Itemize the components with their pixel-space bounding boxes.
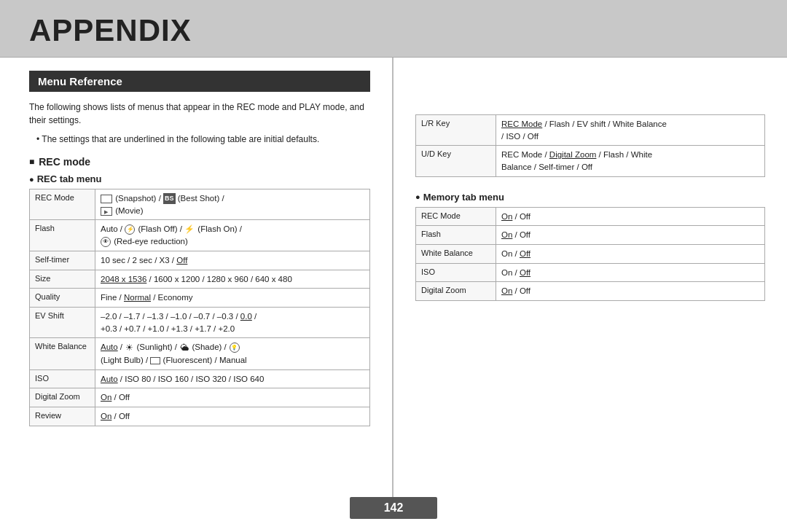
- page: APPENDIX Menu Reference The following sh…: [0, 0, 787, 532]
- left-column: Menu Reference The following shows lists…: [0, 58, 394, 497]
- memory-tab-heading: Memory tab menu: [415, 192, 765, 203]
- cell-value: 2048 x 1536 / 1600 x 1200 / 1280 x 960 /…: [95, 270, 370, 289]
- intro-text: The following shows lists of menus that …: [29, 101, 370, 127]
- table-row: Flash Auto / (Flash Off) / ⚡ (Flash On) …: [30, 220, 370, 251]
- table-row: REC Mode (Snapshot) / BS (Best Shot) / (…: [30, 189, 370, 220]
- movie-icon: [101, 207, 112, 216]
- rec-tab-menu-heading: REC tab menu: [29, 173, 370, 184]
- table-row: ISO Auto / ISO 80 / ISO 160 / ISO 320 / …: [30, 369, 370, 388]
- cell-value: (Snapshot) / BS (Best Shot) / (Movie): [95, 189, 370, 220]
- cell-label: L/R Key: [416, 115, 496, 146]
- cell-label: Flash: [416, 226, 496, 245]
- cell-value: On / Off: [496, 282, 765, 301]
- shade-icon: 🌥: [180, 342, 189, 354]
- cell-value: Auto / ☀ (Sunlight) / 🌥 (Shade) / 💡 (Lig…: [95, 338, 370, 369]
- cell-value: –2.0 / –1.7 / –1.3 / –1.0 / –0.7 / –0.3 …: [95, 307, 370, 337]
- key-table: L/R Key REC Mode / Flash / EV shift / Wh…: [415, 114, 765, 177]
- cell-label: Review: [30, 407, 95, 426]
- table-row: White Balance On / Off: [416, 245, 765, 264]
- default-on-dz: On: [101, 393, 111, 402]
- default-ev: 0.0: [240, 312, 252, 321]
- cell-value: Fine / Normal / Economy: [95, 289, 370, 308]
- best-shot-icon: BS: [163, 193, 176, 204]
- table-row: Digital Zoom On / Off: [416, 282, 765, 301]
- flash-off-icon: [125, 224, 135, 235]
- right-column: L/R Key REC Mode / Flash / EV shift / Wh…: [394, 58, 787, 497]
- cell-label: EV Shift: [30, 307, 95, 337]
- flash-on-icon: ⚡: [184, 224, 195, 235]
- redeye-icon: 👁: [101, 237, 111, 247]
- default-size: 2048 x 1536: [101, 275, 146, 283]
- cell-label: U/D Key: [416, 146, 496, 176]
- bullet-text: • The settings that are underlined in th…: [29, 133, 370, 146]
- cell-value: On / Off: [496, 263, 765, 282]
- rec-mode-heading: REC mode: [29, 156, 370, 168]
- cell-value: Auto / ISO 80 / ISO 160 / ISO 320 / ISO …: [95, 369, 370, 388]
- default-off: Off: [176, 256, 187, 265]
- table-row: Quality Fine / Normal / Economy: [30, 289, 370, 308]
- header: APPENDIX: [0, 0, 787, 58]
- cell-value: On / Off: [496, 207, 765, 226]
- menu-reference-heading: Menu Reference: [29, 71, 370, 92]
- cell-label: Flash: [30, 220, 95, 251]
- content-area: Menu Reference The following shows lists…: [0, 58, 787, 497]
- cell-label: White Balance: [416, 245, 496, 264]
- snapshot-icon: [101, 195, 112, 203]
- table-row: U/D Key REC Mode / Digital Zoom / Flash …: [416, 146, 765, 176]
- page-number: 142: [350, 497, 437, 519]
- cell-value: On / Off: [496, 226, 765, 245]
- footer: 142: [0, 497, 787, 532]
- default-auto-wb: Auto: [101, 343, 118, 351]
- cell-value: Auto / (Flash Off) / ⚡ (Flash On) / 👁 (R…: [95, 220, 370, 251]
- cell-label: ISO: [30, 369, 95, 388]
- table-row: REC Mode On / Off: [416, 207, 765, 226]
- page-title: APPENDIX: [29, 13, 758, 48]
- cell-label: Quality: [30, 289, 95, 308]
- default-on-review: On: [101, 412, 111, 420]
- cell-label: Size: [30, 270, 95, 289]
- cell-label: Digital Zoom: [30, 388, 95, 407]
- table-row: EV Shift –2.0 / –1.7 / –1.3 / –1.0 / –0.…: [30, 307, 370, 337]
- table-row: ISO On / Off: [416, 263, 765, 282]
- cell-label: White Balance: [30, 338, 95, 369]
- table-row: Self-timer 10 sec / 2 sec / X3 / Off: [30, 251, 370, 270]
- table-row: Digital Zoom On / Off: [30, 388, 370, 407]
- memory-tab-table: REC Mode On / Off Flash On / Off White B…: [415, 207, 765, 301]
- cell-value: 10 sec / 2 sec / X3 / Off: [95, 251, 370, 270]
- cell-value: On / Off: [95, 388, 370, 407]
- fluorescent-icon: [150, 357, 160, 364]
- cell-value: On / Off: [95, 407, 370, 426]
- default-auto-iso: Auto: [101, 375, 118, 383]
- sunlight-icon: ☀: [125, 342, 133, 354]
- cell-label: REC Mode: [30, 189, 95, 220]
- cell-value: REC Mode / Flash / EV shift / White Bala…: [496, 115, 765, 146]
- lightbulb-icon: 💡: [230, 343, 240, 353]
- cell-label: Digital Zoom: [416, 282, 496, 301]
- cell-label: Self-timer: [30, 251, 95, 270]
- default-normal: Normal: [124, 293, 151, 302]
- cell-value: On / Off: [496, 245, 765, 264]
- cell-label: REC Mode: [416, 207, 496, 226]
- table-row: Review On / Off: [30, 407, 370, 426]
- table-row: L/R Key REC Mode / Flash / EV shift / Wh…: [416, 115, 765, 146]
- table-row: Size 2048 x 1536 / 1600 x 1200 / 1280 x …: [30, 270, 370, 289]
- table-row: Flash On / Off: [416, 226, 765, 245]
- cell-label: ISO: [416, 263, 496, 282]
- table-row: White Balance Auto / ☀ (Sunlight) / 🌥 (S…: [30, 338, 370, 369]
- cell-value: REC Mode / Digital Zoom / Flash / WhiteB…: [496, 146, 765, 176]
- rec-tab-table: REC Mode (Snapshot) / BS (Best Shot) / (…: [29, 189, 370, 426]
